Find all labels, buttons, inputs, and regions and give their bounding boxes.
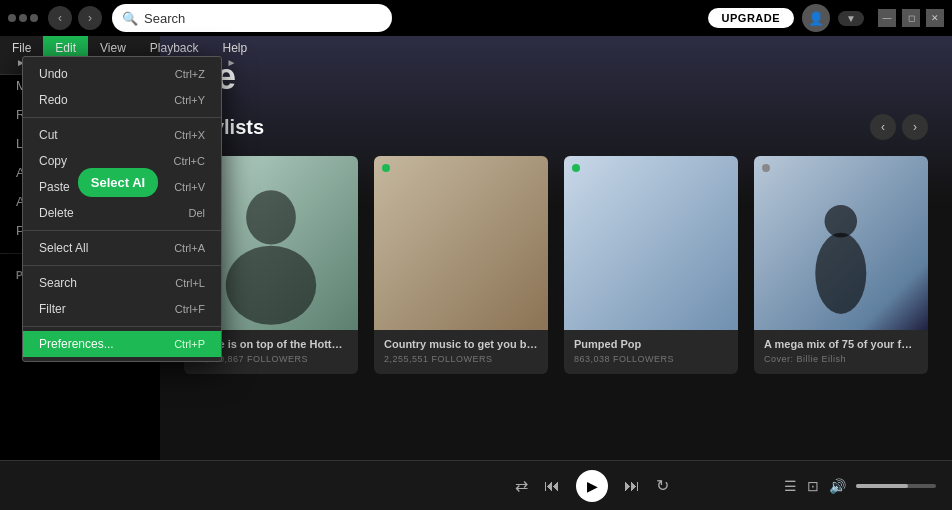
nav-back-button[interactable]: ‹: [48, 6, 72, 30]
section-nav: ‹ ›: [870, 114, 928, 140]
window-controls: — ◻ ✕: [878, 9, 944, 27]
copy-shortcut: Ctrl+C: [174, 155, 205, 167]
delete-shortcut: Del: [188, 207, 205, 219]
chevron-down-icon: ▼: [846, 13, 856, 24]
app-dots: [8, 14, 38, 22]
menu-view-label: View: [100, 41, 126, 55]
playlist-grid: Drake is on top of the Hottest 50! 26,18…: [184, 156, 928, 374]
prev-button[interactable]: ⏮: [544, 477, 560, 495]
card-image-2: [564, 156, 738, 330]
billie-silhouette-icon: [806, 182, 876, 330]
menu-edit-select-all[interactable]: Select All Ctrl+A: [23, 235, 221, 261]
volume-slider[interactable]: [856, 484, 936, 488]
volume-icon: 🔊: [829, 478, 846, 494]
svg-point-2: [825, 205, 857, 237]
card-title-3: A mega mix of 75 of your favorite songs …: [754, 330, 928, 352]
edit-dropdown-menu: Undo Ctrl+Z Redo Ctrl+Y Cut Ctrl+X Copy …: [22, 56, 222, 362]
menu-divider-1: [23, 117, 221, 118]
select-ai-label: Select AI: [91, 175, 145, 190]
nav-forward-button[interactable]: ›: [78, 6, 102, 30]
playlist-card-2[interactable]: Pumped Pop 863,038 FOLLOWERS: [564, 156, 738, 374]
playback-bar: ⇄ ⏮ ▶ ⏭ ↻ ☰ ⊡ 🔊: [0, 460, 952, 510]
dot-2: [19, 14, 27, 22]
paste-shortcut: Ctrl+V: [174, 181, 205, 193]
close-button[interactable]: ✕: [926, 9, 944, 27]
playlist-card-3[interactable]: A mega mix of 75 of your favorite songs …: [754, 156, 928, 374]
card-image-3: [754, 156, 928, 330]
menu-playback-label: Playback: [150, 41, 199, 55]
queue-button[interactable]: ☰: [784, 478, 797, 494]
menu-edit-delete[interactable]: Delete Del: [23, 200, 221, 226]
shuffle-button[interactable]: ⇄: [515, 476, 528, 495]
card-title-1: Country music to get you back to the bas…: [374, 330, 548, 352]
right-controls: ☰ ⊡ 🔊: [784, 478, 936, 494]
svg-point-0: [246, 191, 296, 245]
topbar-right: UPGRADE 👤 ▼ — ◻ ✕: [708, 4, 944, 32]
next-button[interactable]: ⏭: [624, 477, 640, 495]
svg-point-1: [226, 246, 316, 325]
preferences-shortcut: Ctrl+P: [174, 338, 205, 350]
menu-help-label: Help: [223, 41, 248, 55]
card-image-1: [374, 156, 548, 330]
dot-1: [8, 14, 16, 22]
menu-edit-redo[interactable]: Redo Ctrl+Y: [23, 87, 221, 113]
menu-divider-4: [23, 326, 221, 327]
playback-controls: ⇄ ⏮ ▶ ⏭ ↻: [400, 470, 784, 502]
user-name-area[interactable]: ▼: [838, 11, 864, 26]
section-prev-button[interactable]: ‹: [870, 114, 896, 140]
dot-3: [30, 14, 38, 22]
menu-divider-2: [23, 230, 221, 231]
menu-file-label: File: [12, 41, 31, 55]
devices-button[interactable]: ⊡: [807, 478, 819, 494]
redo-label: Redo: [39, 93, 154, 107]
main-content: me playlists ‹ › Drake is on top of the …: [160, 36, 952, 460]
search-shortcut: Ctrl+L: [175, 277, 205, 289]
menu-edit-undo[interactable]: Undo Ctrl+Z: [23, 61, 221, 87]
topbar: ‹ › 🔍 Search UPGRADE 👤 ▼ — ◻ ✕: [0, 0, 952, 36]
card-badge-2: [572, 164, 580, 172]
maximize-button[interactable]: ◻: [902, 9, 920, 27]
select-all-label: Select All: [39, 241, 154, 255]
menu-edit-filter[interactable]: Filter Ctrl+F: [23, 296, 221, 322]
undo-shortcut: Ctrl+Z: [175, 68, 205, 80]
search-icon: 🔍: [122, 11, 138, 26]
card-followers-3: Cover: Billie Eilish: [754, 352, 928, 364]
card-followers-2: 863,038 FOLLOWERS: [564, 352, 738, 364]
menu-edit-label: Edit: [55, 41, 76, 55]
preferences-label: Preferences...: [39, 337, 154, 351]
copy-label: Copy: [39, 154, 154, 168]
play-icon: ▶: [587, 478, 598, 494]
card-title-2: Pumped Pop: [564, 330, 738, 352]
menu-edit-preferences[interactable]: Preferences... Ctrl+P: [23, 331, 221, 357]
menu-divider-3: [23, 265, 221, 266]
card-badge-1: [382, 164, 390, 172]
filter-shortcut: Ctrl+F: [175, 303, 205, 315]
menu-edit-search[interactable]: Search Ctrl+L: [23, 270, 221, 296]
playlist-card-1[interactable]: Country music to get you back to the bas…: [374, 156, 548, 374]
card-followers-1: 2,255,551 FOLLOWERS: [374, 352, 548, 364]
delete-label: Delete: [39, 206, 168, 220]
menu-edit-cut[interactable]: Cut Ctrl+X: [23, 122, 221, 148]
search-text: Search: [144, 11, 185, 26]
volume-fill: [856, 484, 908, 488]
menu-help-arrow: ►: [227, 57, 237, 68]
select-ai-button[interactable]: Select AI: [78, 168, 158, 197]
section-next-button[interactable]: ›: [902, 114, 928, 140]
search-bar[interactable]: 🔍 Search: [112, 4, 392, 32]
filter-label: Filter: [39, 302, 155, 316]
cut-shortcut: Ctrl+X: [174, 129, 205, 141]
section-header: playlists ‹ ›: [184, 114, 928, 140]
main-greeting: me: [184, 56, 928, 98]
redo-shortcut: Ctrl+Y: [174, 94, 205, 106]
search-label: Search: [39, 276, 155, 290]
card-badge-3: [762, 164, 770, 172]
svg-point-3: [815, 233, 866, 314]
minimize-button[interactable]: —: [878, 9, 896, 27]
user-avatar[interactable]: 👤: [802, 4, 830, 32]
person-silhouette-icon: [214, 173, 327, 330]
cut-label: Cut: [39, 128, 154, 142]
play-button[interactable]: ▶: [576, 470, 608, 502]
undo-label: Undo: [39, 67, 155, 81]
upgrade-button[interactable]: UPGRADE: [708, 8, 795, 28]
repeat-button[interactable]: ↻: [656, 476, 669, 495]
